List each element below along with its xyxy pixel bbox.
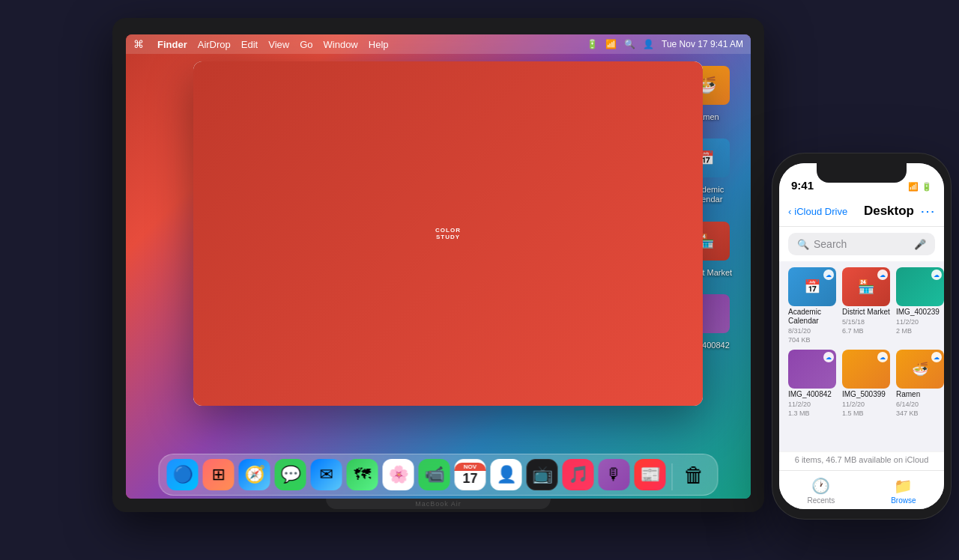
dock-facetime[interactable]: 📹 <box>419 459 450 490</box>
dock-music[interactable]: 🎵 <box>563 459 594 490</box>
menu-bar: ⌘ Finder AirDrop Edit View Go Window Hel… <box>126 34 751 54</box>
menu-help[interactable]: Help <box>369 39 389 50</box>
dock-maps[interactable]: 🗺 <box>347 459 378 490</box>
iphone-img400842-size: 1.3 MB <box>788 410 810 417</box>
browse-tab-label: Browse <box>891 496 916 505</box>
dock: 🔵 ⊞ 🧭 💬 ✉ 🗺 🌸 📹 NOV 17 👤 📺 🎵 🎙 📰 🗑 <box>159 454 719 496</box>
recents-tab-label: Recents <box>807 496 835 505</box>
iphone-search-text: Search <box>814 238 910 250</box>
menu-file[interactable]: AirDrop <box>198 39 231 50</box>
finder-app-name[interactable]: Finder <box>157 39 187 50</box>
iphone-file-img400239[interactable]: ☁ IMG_400239 11/2/20 2 MB <box>896 267 944 344</box>
iphone-img400239-thumb: ☁ <box>896 267 944 306</box>
browse-tab-icon: 📁 <box>894 477 913 495</box>
iphone-bezel: 9:41 📶 🔋 ‹ iCloud Drive Desktop ⋯ <box>772 153 952 520</box>
iphone-tab-recents[interactable]: 🕐 Recents <box>795 475 847 506</box>
dock-mail[interactable]: ✉ <box>311 459 342 490</box>
finder-window: ‹ › iCloud Drive ⊞ ⊟ ⬆ 🏷 ••• 🔍 <box>193 61 703 406</box>
iphone-file-academic[interactable]: 📅 ☁ Academic Calendar 8/31/20 704 KB <box>788 267 836 344</box>
iphone-img500399-size: 1.5 MB <box>842 410 864 417</box>
iphone-mic-icon[interactable]: 🎤 <box>914 239 926 250</box>
iphone-nav: ‹ iCloud Drive Desktop ⋯ <box>779 196 944 227</box>
dock-podcasts[interactable]: 🎙 <box>599 459 630 490</box>
finder-body: Favorites 📡 AirDrop 🕐 Recents 🚀 Applicat… <box>193 100 703 406</box>
menu-bar-items: AirDrop Edit View Go Window Help <box>198 39 389 50</box>
recents-tab-icon: 🕐 <box>811 477 830 495</box>
iphone-storage-info: 6 items, 46.7 MB available on iCloud <box>779 451 944 470</box>
iphone-ramen-thumb: 🍜 ☁ <box>896 350 944 389</box>
icloud-badge-img500399: ☁ <box>877 352 888 362</box>
dock-launchpad[interactable]: ⊞ <box>203 459 235 490</box>
iphone-academic-size: 704 KB <box>788 336 811 344</box>
iphone-tab-browse[interactable]: 📁 Browse <box>879 475 928 506</box>
iphone-file-img500399[interactable]: ☁ IMG_500399 11/2/20 1.5 MB <box>842 350 890 417</box>
wifi-icon: 📶 <box>605 39 617 49</box>
file-item-color-study[interactable]: COLORSTUDY Color Study ⬇ <box>424 112 509 198</box>
iphone-district-name: District Market <box>842 308 890 317</box>
signal-icon: 📶 <box>908 182 919 192</box>
dock-messages[interactable]: 💬 <box>275 459 306 490</box>
iphone-img400842-name: IMG_400842 <box>788 390 832 399</box>
menu-go[interactable]: Go <box>300 39 312 50</box>
macbook-label: MacBook Air <box>415 500 462 508</box>
iphone-status-right: 📶 🔋 <box>908 182 932 192</box>
dock-safari[interactable]: 🧭 <box>239 459 270 490</box>
macbook-screen: ⌘ Finder AirDrop Edit View Go Window Hel… <box>126 34 751 499</box>
iphone-time: 9:41 <box>791 179 814 192</box>
datetime-display: Tue Nov 17 9:41 AM <box>662 39 743 49</box>
iphone-img500399-date: 11/2/20 <box>842 401 865 408</box>
icloud-badge-img400239: ☁ <box>931 270 942 280</box>
iphone-img400239-name: IMG_400239 <box>896 308 940 317</box>
apple-logo-icon[interactable]: ⌘ <box>133 38 144 50</box>
iphone-footer: 🕐 Recents 📁 Browse <box>779 470 944 509</box>
back-chevron-icon: ‹ <box>788 206 791 217</box>
icloud-badge-academic: ☁ <box>823 270 834 280</box>
finder-content: 🌆 BANGKOK Bangkok Street Food <box>321 100 703 406</box>
iphone-tabs: 🕐 Recents 📁 Browse <box>779 475 944 506</box>
dock-news[interactable]: 📰 <box>635 459 666 490</box>
iphone-nav-title: Desktop <box>847 204 914 219</box>
iphone-district-thumb: 🏪 ☁ <box>842 267 890 306</box>
menu-window[interactable]: Window <box>324 39 358 50</box>
macbook-outer: ⌘ Finder AirDrop Edit View Go Window Hel… <box>67 10 892 550</box>
iphone-img500399-name: IMG_500399 <box>842 390 886 399</box>
menu-edit[interactable]: Edit <box>241 39 258 50</box>
menu-bar-right: 🔋 📶 🔍 👤 Tue Nov 17 9:41 AM <box>587 39 743 49</box>
dock-finder[interactable]: 🔵 <box>167 459 199 490</box>
control-center-icon[interactable]: 👤 <box>643 39 654 49</box>
dock-photos[interactable]: 🌸 <box>383 459 414 490</box>
iphone-ramen-date: 6/14/20 <box>896 401 919 408</box>
iphone-img500399-thumb: ☁ <box>842 350 890 389</box>
iphone-back-button[interactable]: ‹ iCloud Drive <box>788 206 847 217</box>
iphone-more-button[interactable]: ⋯ <box>920 202 935 220</box>
icloud-drive-back-label: iCloud Drive <box>794 206 847 217</box>
iphone-files-grid: 📅 ☁ Academic Calendar 8/31/20 704 KB 🏪 ☁… <box>779 261 944 423</box>
icloud-badge-district: ☁ <box>877 270 888 280</box>
wifi-iphone-icon: 🔋 <box>922 182 932 192</box>
macbook-screen-bezel: ⌘ Finder AirDrop Edit View Go Window Hel… <box>112 18 764 512</box>
iphone-file-ramen[interactable]: 🍜 ☁ Ramen 6/14/20 347 KB <box>896 350 944 417</box>
iphone-img400239-size: 2 MB <box>896 327 912 335</box>
icloud-badge-ramen: ☁ <box>931 352 942 362</box>
icloud-badge-img400842: ☁ <box>823 352 834 362</box>
iphone-screen: 9:41 📶 🔋 ‹ iCloud Drive Desktop ⋯ <box>779 163 944 509</box>
iphone-file-img400842[interactable]: ☁ IMG_400842 11/2/20 1.3 MB <box>788 350 836 417</box>
search-menubar-icon[interactable]: 🔍 <box>624 39 635 49</box>
macbook-bottom-bar: MacBook Air <box>326 499 551 509</box>
iphone-search-container: 🔍 Search 🎤 <box>779 227 944 261</box>
dock-contacts[interactable]: 👤 <box>491 459 522 490</box>
iphone-search-bar[interactable]: 🔍 Search 🎤 <box>788 233 935 255</box>
iphone-academic-date: 8/31/20 <box>788 327 811 335</box>
dock-trash[interactable]: 🗑 <box>679 459 710 490</box>
menu-view[interactable]: View <box>268 39 289 50</box>
iphone-district-date: 5/15/18 <box>842 318 865 326</box>
iphone-ramen-name: Ramen <box>896 390 920 399</box>
dock-appletv[interactable]: 📺 <box>527 459 558 490</box>
iphone-notch <box>817 163 907 183</box>
dock-calendar[interactable]: NOV 17 <box>455 459 486 490</box>
iphone-academic-name: Academic Calendar <box>788 308 836 326</box>
iphone-file-district[interactable]: 🏪 ☁ District Market 5/15/18 6.7 MB <box>842 267 890 344</box>
iphone-container: 9:41 📶 🔋 ‹ iCloud Drive Desktop ⋯ <box>772 153 952 520</box>
iphone-img400239-date: 11/2/20 <box>896 318 919 326</box>
dock-divider <box>672 463 673 490</box>
